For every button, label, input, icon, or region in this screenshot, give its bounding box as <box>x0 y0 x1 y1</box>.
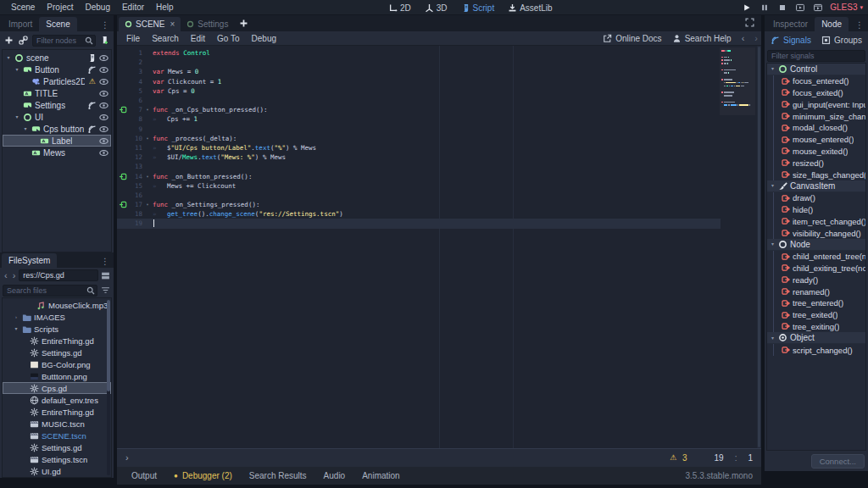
scene-tree-item-settings[interactable]: Settings <box>3 99 111 111</box>
dots-menu-icon[interactable]: ⋮ <box>97 21 114 31</box>
signal-item-focus-entered[interactable]: focus_entered() <box>767 75 865 87</box>
expand-arrow[interactable]: ▾ <box>14 114 20 119</box>
eye-icon[interactable] <box>99 101 108 110</box>
file-item-settings-gd[interactable]: Settings.gd <box>3 441 111 453</box>
subtab-signals[interactable]: Signals <box>766 33 815 47</box>
split-view-button[interactable] <box>100 270 111 281</box>
file-item-mouseclick-mp3[interactable]: MouseClick.mp3 <box>3 299 111 311</box>
signal-item-ready[interactable]: ready() <box>767 274 865 286</box>
code-line-1[interactable]: 1extends Control <box>117 48 721 58</box>
signal-item-hide[interactable]: hide() <box>767 204 865 216</box>
workspace-assetlib[interactable]: AssetLib <box>501 3 559 13</box>
play-custom-scene-button[interactable] <box>812 2 823 13</box>
bottom-tab-search-results[interactable]: Search Results <box>242 471 314 480</box>
menu-project[interactable]: Project <box>41 2 79 13</box>
path-input[interactable] <box>19 269 98 281</box>
signal-item-script-changed[interactable]: script_changed() <box>767 344 865 356</box>
script-menu-file[interactable]: File <box>120 34 146 43</box>
code-line-15[interactable]: 15»Mews += Clickcount <box>117 181 721 191</box>
pause-button[interactable] <box>759 2 770 13</box>
signal-item-tree-entered[interactable]: tree_entered() <box>767 297 865 309</box>
code-line-12[interactable]: 12»$UI/Mews.text("Mews: %") % Mews <box>117 152 721 162</box>
fold-arrow[interactable]: ▾ <box>142 202 153 207</box>
menu-editor[interactable]: Editor <box>116 2 150 13</box>
code-line-13[interactable]: 13 <box>117 162 721 171</box>
expand-arrow[interactable]: ▾ <box>22 126 29 131</box>
scene-tree-item-button[interactable]: ▾Button <box>3 64 111 75</box>
signal-item-child-exiting-tree-node[interactable]: child_exiting_tree(node: <box>767 263 865 274</box>
code-line-17[interactable]: 17▾func _on_Settings_pressed(): <box>117 200 721 209</box>
file-list-scrollbar[interactable] <box>107 300 110 475</box>
script-menu-edit[interactable]: Edit <box>185 34 211 43</box>
tab-import[interactable]: Import <box>2 17 39 31</box>
signal-item-resized[interactable]: resized() <box>767 157 865 169</box>
distraction-free-button[interactable] <box>738 16 761 31</box>
eye-icon[interactable] <box>99 65 108 75</box>
tab-filesystem[interactable]: FileSystem <box>2 253 57 268</box>
scene-tree-item-cps-button[interactable]: ▾Cps button <box>3 123 111 135</box>
file-item-cps-gd[interactable]: Cps.gd <box>3 382 111 394</box>
scene-tree-item-scene[interactable]: ▾scene <box>3 52 111 64</box>
scene-tree-item-label[interactable]: Label <box>3 135 111 147</box>
file-item-entirething-gd[interactable]: EntireThing.gd <box>3 406 111 418</box>
forward-icon[interactable]: › <box>11 271 18 280</box>
code-line-10[interactable]: 10▾func _process(_delta): <box>117 134 721 143</box>
instance-scene-button[interactable] <box>18 35 29 46</box>
eye-icon[interactable] <box>99 89 108 98</box>
file-item-butttonn-png[interactable]: Butttonn.png <box>3 370 111 382</box>
tab-inspector[interactable]: Inspector <box>766 17 815 31</box>
scene-tree-item-ui[interactable]: ▾UI <box>3 111 111 123</box>
history-forward-icon[interactable]: › <box>754 34 758 43</box>
eye-icon[interactable] <box>99 53 108 63</box>
file-item-scripts[interactable]: ▾Scripts <box>3 323 111 335</box>
warning-count[interactable]: 3 <box>682 453 687 463</box>
dots-menu-icon[interactable]: ⋮ <box>97 258 114 268</box>
menu-help[interactable]: Help <box>150 2 180 13</box>
tab-node[interactable]: Node <box>815 17 849 31</box>
signal-item-item-rect-changed[interactable]: item_rect_changed() <box>767 215 865 227</box>
dots-menu-icon[interactable]: ⋮ <box>851 21 868 31</box>
expand-arrow[interactable]: ▾ <box>770 241 776 247</box>
signal-category-object[interactable]: ▾Object <box>767 332 865 344</box>
bottom-tab-audio[interactable]: Audio <box>316 471 353 480</box>
eye-icon[interactable] <box>99 77 108 86</box>
history-back-icon[interactable]: ‹ <box>742 34 745 43</box>
code-line-9[interactable]: 9 <box>117 125 721 134</box>
code-line-14[interactable]: 14▾func _on_Button_pressed(): <box>117 171 721 180</box>
expand-arrow[interactable]: ▾ <box>14 67 20 72</box>
sort-files-button[interactable] <box>100 285 111 296</box>
expand-arrow[interactable]: ▾ <box>13 326 19 331</box>
expand-arrow[interactable]: › <box>13 314 19 319</box>
code-scrollbar[interactable] <box>757 46 761 448</box>
workspace-script[interactable]: Script <box>454 3 502 13</box>
connect-button[interactable]: Connect... <box>811 454 865 469</box>
file-item-settings-gd[interactable]: Settings.gd <box>3 347 111 358</box>
signal-item-tree-exiting[interactable]: tree_exiting() <box>767 321 865 333</box>
signal-item-draw[interactable]: draw() <box>767 192 865 204</box>
stop-button[interactable] <box>776 2 787 13</box>
script-menu-go-to[interactable]: Go To <box>211 34 246 43</box>
file-item-music-tscn[interactable]: MUSIC.tscn <box>3 418 111 430</box>
file-item-ui-gd[interactable]: UI.gd <box>3 465 111 477</box>
menu-scene[interactable]: Scene <box>5 2 41 13</box>
fold-arrow[interactable]: ▾ <box>142 136 153 141</box>
code-editor[interactable]: 1extends Control23var Mews = 04var Click… <box>117 46 761 448</box>
code-minimap[interactable] <box>720 47 755 115</box>
expand-arrow[interactable]: ▾ <box>5 55 12 60</box>
eye-icon[interactable] <box>99 113 108 122</box>
expand-arrow[interactable]: ▾ <box>770 336 776 341</box>
script-tab-scene[interactable]: SCENE× <box>119 17 181 31</box>
fold-arrow[interactable]: ▾ <box>142 175 153 179</box>
code-line-19[interactable]: 19 <box>117 219 721 228</box>
code-line-2[interactable]: 2 <box>117 58 721 67</box>
subtab-groups[interactable]: Groups <box>817 33 866 47</box>
workspace-2d[interactable]: 2D <box>381 3 418 13</box>
attach-script-button[interactable] <box>99 35 110 46</box>
signal-item-visibility-changed[interactable]: visibility_changed() <box>767 227 865 239</box>
signal-category-node[interactable]: ▾Node <box>767 239 865 251</box>
signal-item-child-entered-tree-nod[interactable]: child_entered_tree(nod <box>767 251 865 263</box>
signal-item-tree-exited[interactable]: tree_exited() <box>767 309 865 321</box>
signal-item-mouse-exited[interactable]: mouse_exited() <box>767 146 865 158</box>
menu-debug[interactable]: Debug <box>79 2 115 13</box>
add-node-button[interactable] <box>3 35 14 46</box>
